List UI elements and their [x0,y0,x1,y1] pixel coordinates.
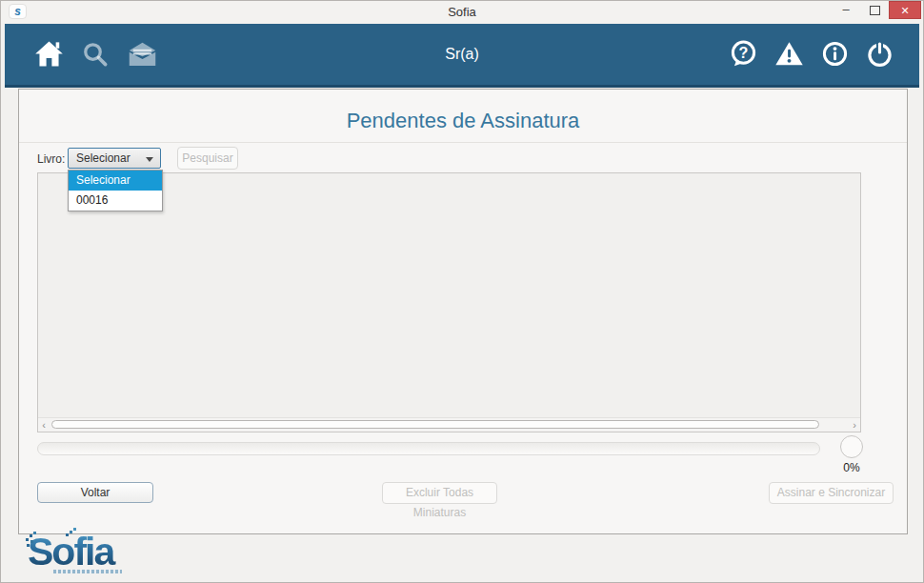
search-button[interactable]: Pesquisar [177,147,238,170]
scrollbar-track[interactable] [50,418,849,432]
book-select-value: Selecionar [76,151,131,165]
window-controls: – ✕ [832,1,921,19]
book-option-00016[interactable]: 00016 [69,191,162,211]
main-panel: Pendentes de Assinatura Livro: Seleciona… [18,89,908,534]
svg-text:?: ? [739,44,749,61]
logo-tagline [53,570,122,573]
delete-all-thumbnails-button[interactable]: Excluir Todas Miniaturas [382,482,497,504]
book-option-selecionar[interactable]: Selecionar [69,171,162,191]
logo-dots-decoration [26,538,29,541]
minimize-icon: – [842,2,849,16]
window-title: Sofia [1,5,923,19]
maximize-button[interactable] [860,1,889,19]
sofia-logo: Sofia [28,531,151,578]
book-select[interactable]: Selecionar [68,148,161,169]
info-icon[interactable] [820,39,850,69]
back-button[interactable]: Voltar [37,482,153,503]
title-bar: s Sofia – ✕ [1,1,923,23]
logo-text: Sofia [28,531,151,573]
header-utils: ? [729,39,894,69]
close-icon: ✕ [900,5,909,16]
sync-progress-bar [37,442,820,455]
horizontal-scrollbar[interactable]: ‹ › [38,417,860,432]
help-icon[interactable]: ? [729,39,758,69]
sign-and-sync-button[interactable]: Assinar e Sincronizar [769,482,894,504]
livro-label: Livro: [37,152,65,166]
page-title: Pendentes de Assinatura [19,109,907,133]
power-icon[interactable] [865,39,894,69]
app-header: Sr(a) ? [5,24,919,88]
title-separator [19,142,907,143]
book-select-options: Selecionar 00016 [68,170,163,211]
progress-percent: 0% [829,461,874,474]
warning-icon[interactable] [773,39,805,69]
scroll-left-icon[interactable]: ‹ [38,419,50,432]
close-button[interactable]: ✕ [889,1,921,19]
app-window: s Sofia – ✕ [0,0,924,583]
scroll-right-icon[interactable]: › [849,419,860,432]
scrollbar-thumb[interactable] [51,420,819,429]
progress-spinner [840,435,863,458]
maximize-icon [870,6,880,15]
minimize-button[interactable]: – [832,1,860,19]
chevron-down-icon [146,157,153,162]
